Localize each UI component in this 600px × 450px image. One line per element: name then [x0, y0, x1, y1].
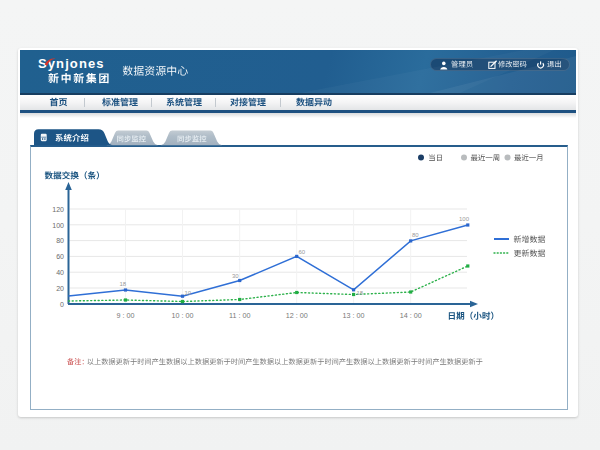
svg-text:18: 18	[357, 290, 364, 296]
svg-text:100: 100	[459, 216, 470, 222]
svg-text:10: 10	[185, 290, 192, 296]
svg-text:10 : 00: 10 : 00	[172, 311, 194, 320]
svg-text:13 : 00: 13 : 00	[343, 311, 365, 320]
svg-text:80: 80	[412, 232, 419, 238]
svg-text:60: 60	[299, 249, 306, 255]
svg-text:18: 18	[120, 281, 127, 287]
svg-text:100: 100	[52, 222, 64, 229]
svg-text:12 : 00: 12 : 00	[286, 311, 308, 320]
svg-text:80: 80	[56, 237, 64, 244]
svg-text:120: 120	[52, 206, 64, 213]
svg-text:9 : 00: 9 : 00	[117, 311, 135, 320]
svg-text:0: 0	[60, 301, 64, 308]
svg-text:40: 40	[56, 269, 64, 276]
svg-text:11 : 00: 11 : 00	[229, 311, 250, 320]
svg-text:30: 30	[232, 273, 239, 279]
svg-text:60: 60	[56, 253, 64, 260]
svg-text:14 : 00: 14 : 00	[400, 311, 422, 320]
svg-text:20: 20	[56, 285, 64, 292]
